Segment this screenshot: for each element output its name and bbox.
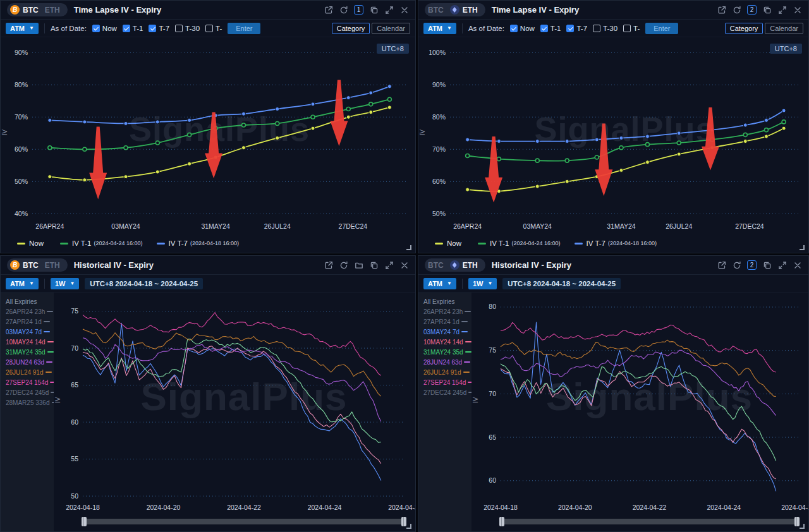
- expiry-item[interactable]: 27SEP24 154d: [418, 377, 471, 387]
- checkbox-t7[interactable]: T-7: [149, 25, 169, 32]
- resize-handle[interactable]: [800, 245, 805, 250]
- expand-icon[interactable]: [777, 5, 787, 15]
- expiry-item[interactable]: 26JUL24 91d: [1, 367, 54, 377]
- expiry-item[interactable]: 27DEC24 245d: [1, 387, 54, 397]
- window-count-badge[interactable]: 2: [747, 260, 757, 270]
- coin-toggle[interactable]: B BTC ETH: [7, 3, 68, 16]
- resize-handle[interactable]: [406, 524, 411, 529]
- expiry-item[interactable]: 26APR24 23h: [1, 306, 54, 317]
- coin-toggle[interactable]: BTC ETH: [425, 3, 485, 16]
- expiry-item[interactable]: 10MAY24 14d: [1, 337, 54, 347]
- expiry-item[interactable]: 28JUN24 63d: [418, 357, 471, 367]
- resize-handle[interactable]: [406, 245, 411, 250]
- coin-toggle[interactable]: BTC ETH: [425, 258, 485, 272]
- checkbox-icon[interactable]: [540, 25, 548, 32]
- close-icon[interactable]: [399, 5, 409, 15]
- window-count-badge[interactable]: 2: [747, 5, 757, 15]
- legend-item-now[interactable]: Now: [17, 239, 46, 247]
- time-range-slider[interactable]: [501, 519, 798, 524]
- refresh-icon[interactable]: [732, 260, 741, 270]
- refresh-icon[interactable]: [339, 5, 348, 15]
- checkbox-t-custom[interactable]: T-: [623, 25, 640, 32]
- btc-tab[interactable]: BTC: [428, 261, 444, 270]
- checkbox-t30[interactable]: T-30: [593, 25, 617, 32]
- btc-time-lapse-chart[interactable]: SignalPlus90%80%70%60%50%40%IV26APR2403M…: [1, 37, 415, 236]
- checkbox-icon[interactable]: [205, 25, 213, 32]
- expiry-item[interactable]: 03MAY24 7d: [418, 327, 471, 337]
- open-in-new-icon[interactable]: [717, 260, 726, 270]
- slider-handle-left[interactable]: [82, 517, 87, 526]
- expand-icon[interactable]: [384, 5, 394, 15]
- checkbox-icon[interactable]: [149, 25, 156, 32]
- checkbox-icon[interactable]: [623, 25, 631, 32]
- checkbox-now[interactable]: Now: [92, 25, 117, 32]
- strike-select[interactable]: ATM▼: [6, 278, 39, 289]
- period-select[interactable]: 1W▼: [51, 278, 79, 289]
- expiry-item[interactable]: 28JUN24 63d: [1, 357, 54, 367]
- expiry-item[interactable]: All Expiries: [418, 296, 471, 306]
- slider-handle-left[interactable]: [499, 517, 504, 526]
- expand-icon[interactable]: [384, 260, 394, 270]
- checkbox-icon[interactable]: [510, 25, 518, 32]
- expand-icon[interactable]: [777, 260, 787, 270]
- slider-handle-right[interactable]: [401, 517, 406, 526]
- expiry-item[interactable]: 26JUL24 91d: [418, 367, 471, 377]
- expiry-item[interactable]: 28MAR25 336d: [1, 397, 54, 408]
- expiry-item[interactable]: 10MAY24 14d: [418, 337, 471, 347]
- eth-tab[interactable]: ETH: [45, 6, 60, 15]
- eth-tab[interactable]: ETH: [450, 260, 478, 270]
- checkbox-t-custom[interactable]: T-: [205, 25, 222, 32]
- expiry-item[interactable]: All Expiries: [1, 296, 54, 306]
- open-in-new-icon[interactable]: [717, 5, 726, 15]
- checkbox-now[interactable]: Now: [510, 25, 535, 32]
- expiry-item[interactable]: 31MAY24 35d: [418, 347, 471, 357]
- expiry-item[interactable]: 31MAY24 35d: [1, 347, 54, 357]
- expiry-item[interactable]: 27DEC24 245d: [418, 387, 471, 397]
- btc-tab[interactable]: BTC: [428, 6, 444, 15]
- checkbox-t30[interactable]: T-30: [175, 25, 200, 32]
- slider-handle-right[interactable]: [794, 517, 800, 526]
- legend-item-now[interactable]: Now: [435, 239, 464, 247]
- checkbox-t1[interactable]: T-1: [123, 25, 143, 32]
- btc-historical-chart[interactable]: SignalPlus757065605550IV2024-04-182024-0…: [54, 293, 415, 516]
- calendar-button[interactable]: Calendar: [372, 23, 410, 34]
- expiry-item[interactable]: 27APR24 1d: [418, 317, 471, 327]
- strike-select[interactable]: ATM▼: [6, 23, 39, 34]
- close-icon[interactable]: [793, 260, 802, 270]
- window-count-badge[interactable]: 1: [354, 5, 363, 15]
- close-icon[interactable]: [399, 260, 409, 270]
- category-button[interactable]: Category: [332, 23, 370, 34]
- folder-icon[interactable]: [354, 260, 363, 270]
- checkbox-t1[interactable]: T-1: [540, 25, 561, 32]
- strike-select[interactable]: ATM▼: [423, 278, 456, 289]
- expiry-item[interactable]: 03MAY24 7d: [1, 327, 54, 337]
- strike-select[interactable]: ATM▼: [423, 23, 456, 34]
- duplicate-icon[interactable]: [762, 260, 772, 270]
- custom-t-input[interactable]: [645, 23, 678, 34]
- coin-toggle[interactable]: B BTC ETH: [7, 258, 68, 272]
- expiry-item[interactable]: 27SEP24 154d: [1, 377, 54, 387]
- checkbox-icon[interactable]: [123, 25, 130, 32]
- legend-item-t7[interactable]: IV T-7(2024-04-18 16:00): [157, 239, 240, 247]
- duplicate-icon[interactable]: [762, 5, 772, 15]
- time-range-slider[interactable]: [83, 519, 405, 524]
- resize-handle[interactable]: [800, 524, 805, 529]
- checkbox-icon[interactable]: [175, 25, 183, 32]
- date-range-field[interactable]: UTC+8 2024-04-18 ~ 2024-04-25: [85, 278, 203, 289]
- expiry-item[interactable]: 27APR24 1d: [1, 317, 54, 327]
- eth-time-lapse-chart[interactable]: SignalPlus100%90%80%70%60%50%IV26APR2403…: [418, 37, 808, 236]
- checkbox-t7[interactable]: T-7: [566, 25, 587, 32]
- btc-tab[interactable]: B BTC: [10, 260, 39, 270]
- legend-item-t1[interactable]: IV T-1(2024-04-24 16:00): [478, 239, 561, 247]
- checkbox-icon[interactable]: [593, 25, 600, 32]
- refresh-icon[interactable]: [339, 260, 348, 270]
- calendar-button[interactable]: Calendar: [765, 23, 803, 34]
- open-in-new-icon[interactable]: [324, 260, 333, 270]
- expiry-item[interactable]: 26APR24 23h: [418, 306, 471, 317]
- legend-item-t1[interactable]: IV T-1(2024-04-24 16:00): [60, 239, 143, 247]
- open-in-new-icon[interactable]: [324, 5, 333, 15]
- eth-historical-chart[interactable]: SignalPlus8075706560IV2024-04-182024-04-…: [471, 293, 808, 516]
- eth-tab[interactable]: ETH: [450, 5, 478, 15]
- eth-tab[interactable]: ETH: [45, 261, 60, 270]
- checkbox-icon[interactable]: [92, 25, 100, 32]
